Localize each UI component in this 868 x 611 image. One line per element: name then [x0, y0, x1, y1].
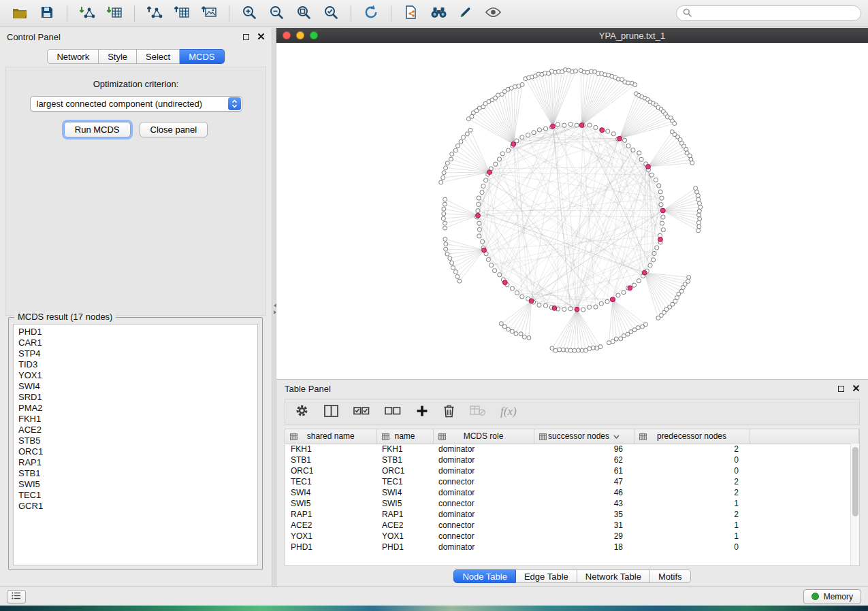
- table-cell[interactable]: ACE2: [285, 520, 376, 531]
- table-scrollbar-thumb[interactable]: [852, 447, 858, 516]
- table-cell[interactable]: dominator: [433, 487, 534, 498]
- export-table-button[interactable]: [169, 3, 195, 24]
- network-canvas[interactable]: [276, 43, 868, 379]
- table-cell[interactable]: dominator: [433, 455, 534, 465]
- table-cell[interactable]: 1: [634, 498, 750, 509]
- mcds-result-item[interactable]: PMA2: [18, 403, 257, 414]
- search-network-button[interactable]: [425, 3, 451, 24]
- function-builder-button[interactable]: f(x): [500, 405, 517, 418]
- table-cell[interactable]: PHD1: [376, 542, 433, 552]
- tab-mcds[interactable]: MCDS: [180, 49, 224, 64]
- table-row[interactable]: FKH1FKH1dominator962: [285, 444, 859, 455]
- window-close-icon[interactable]: [283, 31, 291, 39]
- table-cell[interactable]: FKH1: [376, 444, 433, 455]
- tab-edge-table[interactable]: Edge Table: [516, 569, 577, 583]
- mcds-result-item[interactable]: TID3: [18, 359, 257, 370]
- table-cell[interactable]: FKH1: [285, 444, 376, 455]
- tab-network[interactable]: Network: [47, 49, 99, 64]
- table-cell[interactable]: SWI5: [376, 498, 433, 509]
- mcds-result-list[interactable]: PHD1CAR1STP4TID3YOX1SWI4SRD1PMA2FKH1ACE2…: [13, 324, 258, 565]
- table-cell[interactable]: 0: [634, 455, 750, 465]
- table-cell[interactable]: 2: [634, 487, 750, 498]
- table-cell[interactable]: SWI4: [285, 487, 376, 498]
- window-minimize-icon[interactable]: [296, 31, 304, 39]
- tab-motifs[interactable]: Motifs: [650, 569, 691, 583]
- mcds-result-item[interactable]: SRD1: [18, 392, 257, 403]
- mcds-result-item[interactable]: STP4: [18, 348, 257, 359]
- column-header-name[interactable]: name: [376, 429, 433, 444]
- zoom-in-button[interactable]: [236, 3, 262, 24]
- table-cell[interactable]: ORC1: [285, 465, 376, 476]
- import-table-button[interactable]: [101, 3, 127, 24]
- table-cell[interactable]: 61: [534, 465, 634, 476]
- mcds-result-item[interactable]: ORC1: [18, 446, 257, 457]
- table-cell[interactable]: 96: [534, 444, 634, 455]
- table-row[interactable]: RAP1RAP1dominator352: [285, 509, 859, 520]
- column-header-predecessor-nodes[interactable]: predecessor nodes: [634, 429, 750, 444]
- table-cell[interactable]: connector: [433, 476, 534, 487]
- tab-select[interactable]: Select: [137, 49, 180, 64]
- show-columns-button[interactable]: [324, 405, 338, 419]
- table-cell[interactable]: RAP1: [376, 509, 433, 520]
- table-cell[interactable]: ACE2: [376, 520, 433, 531]
- float-panel-icon[interactable]: [243, 34, 249, 40]
- table-cell[interactable]: 1: [634, 531, 750, 542]
- run-mcds-button[interactable]: Run MCDS: [64, 122, 131, 137]
- table-cell[interactable]: 0: [634, 542, 750, 552]
- criterion-dropdown[interactable]: largest connected component (undirected): [30, 96, 242, 112]
- float-panel-icon[interactable]: [838, 386, 844, 392]
- close-panel-button[interactable]: Close panel: [140, 122, 208, 137]
- delete-column-button[interactable]: [443, 404, 455, 420]
- table-cell[interactable]: 1: [634, 520, 750, 531]
- tab-style[interactable]: Style: [99, 49, 137, 64]
- table-cell[interactable]: ORC1: [376, 465, 433, 476]
- zoom-out-button[interactable]: [263, 3, 289, 24]
- mcds-result-item[interactable]: SWI5: [18, 479, 257, 490]
- mcds-result-item[interactable]: TEC1: [18, 490, 257, 501]
- open-file-button[interactable]: [7, 3, 33, 24]
- table-cell[interactable]: STB1: [376, 455, 433, 465]
- column-header-shared-name[interactable]: shared name: [285, 429, 376, 444]
- table-row[interactable]: SWI5SWI5connector431: [285, 498, 859, 509]
- tab-network-table[interactable]: Network Table: [577, 569, 650, 583]
- import-network-button[interactable]: [74, 3, 100, 24]
- show-graphics-details-button[interactable]: [480, 3, 506, 24]
- mcds-result-item[interactable]: ACE2: [18, 425, 257, 435]
- save-session-button[interactable]: [34, 3, 60, 24]
- table-cell[interactable]: RAP1: [285, 509, 376, 520]
- table-cell[interactable]: 29: [534, 531, 634, 542]
- delete-table-button[interactable]: [470, 405, 485, 418]
- table-cell[interactable]: 31: [534, 520, 634, 531]
- close-panel-icon[interactable]: [257, 32, 265, 42]
- table-cell[interactable]: connector: [433, 498, 534, 509]
- table-cell[interactable]: SWI4: [376, 487, 433, 498]
- zoom-selected-button[interactable]: [318, 3, 344, 24]
- mcds-result-item[interactable]: RAP1: [18, 457, 257, 468]
- tab-node-table[interactable]: Node Table: [453, 569, 516, 583]
- table-row[interactable]: YOX1YOX1connector291: [285, 531, 859, 542]
- mcds-result-item[interactable]: YOX1: [18, 370, 257, 381]
- table-cell[interactable]: 35: [534, 509, 634, 520]
- table-cell[interactable]: STB1: [285, 455, 376, 465]
- column-header-mcds-role[interactable]: MCDS role: [433, 429, 534, 444]
- table-cell[interactable]: dominator: [433, 465, 534, 476]
- refresh-button[interactable]: [358, 3, 384, 24]
- deselect-all-button[interactable]: [385, 406, 401, 418]
- table-cell[interactable]: connector: [433, 531, 534, 542]
- zoom-fit-button[interactable]: [291, 3, 317, 24]
- window-zoom-icon[interactable]: [310, 31, 318, 39]
- export-network-button[interactable]: [142, 3, 167, 24]
- table-row[interactable]: STB1STB1dominator620: [285, 455, 859, 465]
- table-cell[interactable]: 2: [634, 444, 750, 455]
- table-cell[interactable]: 46: [534, 487, 634, 498]
- table-row[interactable]: TEC1TEC1connector472: [285, 476, 859, 487]
- select-all-button[interactable]: [353, 406, 370, 418]
- table-cell[interactable]: 47: [534, 476, 634, 487]
- table-cell[interactable]: PHD1: [285, 542, 376, 552]
- table-row[interactable]: PHD1PHD1dominator180: [285, 542, 859, 552]
- table-cell[interactable]: 18: [534, 542, 634, 552]
- mcds-result-item[interactable]: SWI4: [18, 381, 257, 392]
- table-settings-button[interactable]: [295, 403, 309, 420]
- close-panel-icon[interactable]: [852, 384, 860, 394]
- table-cell[interactable]: TEC1: [285, 476, 376, 487]
